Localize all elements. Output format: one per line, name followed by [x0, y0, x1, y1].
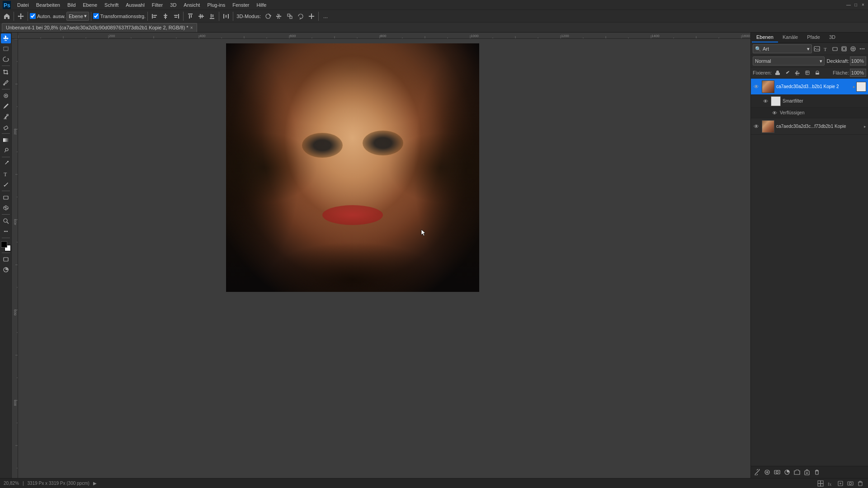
menu-plugins[interactable]: Plug-ins	[203, 1, 229, 9]
menu-hilfe[interactable]: Hilfe	[253, 1, 270, 9]
align-center-v-button[interactable]	[196, 11, 206, 21]
close-button[interactable]: ×	[860, 2, 866, 8]
menu-auswahl[interactable]: Auswahl	[122, 1, 148, 9]
lock-transparent-button[interactable]	[774, 69, 782, 77]
home-button[interactable]	[2, 11, 12, 21]
move-tool[interactable]	[1, 33, 11, 43]
opacity-input[interactable]: 100%	[850, 56, 866, 66]
layer-item-1[interactable]: 👁 ca7aedc30a2d3...b2b1 Kopie 2 ▸	[751, 79, 868, 95]
quick-mask-button[interactable]	[1, 265, 11, 275]
path-selection-tool[interactable]	[1, 179, 11, 189]
align-bottom-button[interactable]	[207, 11, 217, 21]
3d-roll-button[interactable]	[296, 11, 306, 21]
statusbar-arrange-button[interactable]	[816, 479, 825, 488]
smartfilter-header-row[interactable]: 👁 Smartfilter	[751, 95, 868, 108]
blend-mode-dropdown[interactable]: Normal ▾	[753, 56, 825, 66]
layer-type-filter-image[interactable]	[813, 45, 821, 53]
brush-tool[interactable]	[1, 101, 11, 111]
3d-rotate-button[interactable]	[263, 11, 273, 21]
new-layer-button[interactable]	[802, 468, 811, 477]
text-tool[interactable]: T	[1, 169, 11, 179]
crop-tool[interactable]	[1, 67, 11, 77]
eraser-tool[interactable]	[1, 122, 11, 132]
statusbar-delete-button[interactable]	[856, 479, 864, 488]
tab-ebenen[interactable]: Ebenen	[752, 33, 778, 42]
ebene-dropdown[interactable]: Ebene ▾	[66, 12, 89, 21]
align-center-h-button[interactable]	[160, 11, 170, 21]
liquify-visibility[interactable]: 👁	[771, 109, 778, 117]
statusbar-fx-button[interactable]: fx	[826, 479, 835, 488]
eyedropper-tool[interactable]	[1, 78, 11, 88]
layer-item-2[interactable]: 👁 ca7aedc30a2d3c...f73db2b1 Kopie ▸	[751, 118, 868, 135]
foreground-color-swatch[interactable]	[1, 241, 7, 248]
maximize-button[interactable]: □	[853, 2, 859, 8]
statusbar-mask-button[interactable]	[846, 479, 854, 488]
distribute-h-button[interactable]	[221, 11, 231, 21]
more-tools-button[interactable]	[1, 226, 11, 236]
layer-type-filter-text[interactable]: T	[822, 45, 830, 53]
minimize-button[interactable]: —	[845, 2, 852, 8]
pen-tool[interactable]	[1, 159, 11, 169]
gradient-tool[interactable]	[1, 135, 11, 145]
3d-move-button[interactable]	[274, 11, 284, 21]
liquify-filter-row[interactable]: 👁 Verflüssigen	[751, 108, 868, 118]
lock-position-button[interactable]	[793, 69, 802, 77]
shape-tool[interactable]	[1, 192, 11, 202]
menu-datei[interactable]: Datei	[14, 1, 33, 9]
layer-type-filter-shape[interactable]	[831, 45, 839, 53]
3d-scale-button[interactable]	[285, 11, 295, 21]
transform-checkbox[interactable]	[93, 13, 99, 19]
autonm-checkbox[interactable]	[30, 13, 36, 19]
move-tool-button[interactable]	[16, 11, 26, 21]
menu-ansicht[interactable]: Ansicht	[180, 1, 203, 9]
layer-1-visibility[interactable]: 👁	[753, 83, 760, 90]
delete-layer-button[interactable]	[812, 468, 821, 477]
3d-object-tool[interactable]	[1, 203, 11, 213]
spot-healing-tool[interactable]	[1, 91, 11, 101]
tab-kanaele[interactable]: Kanäle	[778, 33, 802, 42]
menu-ebene[interactable]: Ebene	[79, 1, 101, 9]
lock-pixels-button[interactable]	[783, 69, 792, 77]
menu-bild[interactable]: Bild	[64, 1, 79, 9]
lock-artboard-button[interactable]	[803, 69, 811, 77]
menu-bearbeiten[interactable]: Bearbeiten	[33, 1, 64, 9]
add-mask-button[interactable]	[773, 468, 782, 477]
align-left-button[interactable]	[150, 11, 160, 21]
layer-type-filter-smartobj[interactable]	[840, 45, 848, 53]
menu-fenster[interactable]: Fenster	[229, 1, 253, 9]
lock-all-button[interactable]	[813, 69, 821, 77]
menu-3d[interactable]: 3D	[166, 1, 180, 9]
dodge-tool[interactable]	[1, 145, 11, 155]
adjustment-layer-button[interactable]	[783, 468, 792, 477]
link-layers-button[interactable]	[753, 468, 762, 477]
group-layers-button[interactable]	[793, 468, 802, 477]
tab-3d[interactable]: 3D	[825, 33, 840, 42]
more-options-button[interactable]: ...	[321, 11, 330, 21]
tab-close-button[interactable]: ×	[190, 25, 193, 30]
clone-stamp-tool[interactable]	[1, 112, 11, 122]
zoom-tool[interactable]	[1, 216, 11, 226]
layer-2-visibility[interactable]: 👁	[753, 123, 760, 130]
3d-pan-button[interactable]	[307, 11, 316, 21]
statusbar-new-button[interactable]	[836, 479, 844, 488]
layers-search-dropdown[interactable]: 🔍 Art ▾	[753, 44, 812, 53]
layer-1-expand[interactable]: ▸	[853, 84, 855, 89]
smartfilter-visibility[interactable]: 👁	[762, 98, 769, 105]
canvas-area[interactable]	[18, 39, 750, 478]
color-swatches[interactable]	[1, 241, 11, 251]
screen-mode-button[interactable]	[1, 254, 11, 264]
fill-input[interactable]: 100%	[850, 69, 866, 77]
tab-pfade[interactable]: Pfade	[802, 33, 825, 42]
statusbar-arrow[interactable]: ▶	[93, 481, 97, 486]
lasso-tool[interactable]	[1, 54, 11, 64]
layer-type-filter-effects[interactable]	[849, 45, 857, 53]
align-top-button[interactable]	[185, 11, 195, 21]
align-right-button[interactable]	[171, 11, 181, 21]
menu-filter[interactable]: Filter	[148, 1, 166, 9]
document-tab[interactable]: Unbenannt-1 bei 20,8% (ca7aedc30a2d3c90d…	[2, 23, 197, 32]
menu-schrift[interactable]: Schrift	[101, 1, 122, 9]
layer-type-filter-more[interactable]	[858, 45, 866, 53]
rectangular-select-tool[interactable]	[1, 44, 11, 54]
layer-2-expand[interactable]: ▸	[864, 124, 866, 129]
add-layer-style-button[interactable]	[763, 468, 772, 477]
